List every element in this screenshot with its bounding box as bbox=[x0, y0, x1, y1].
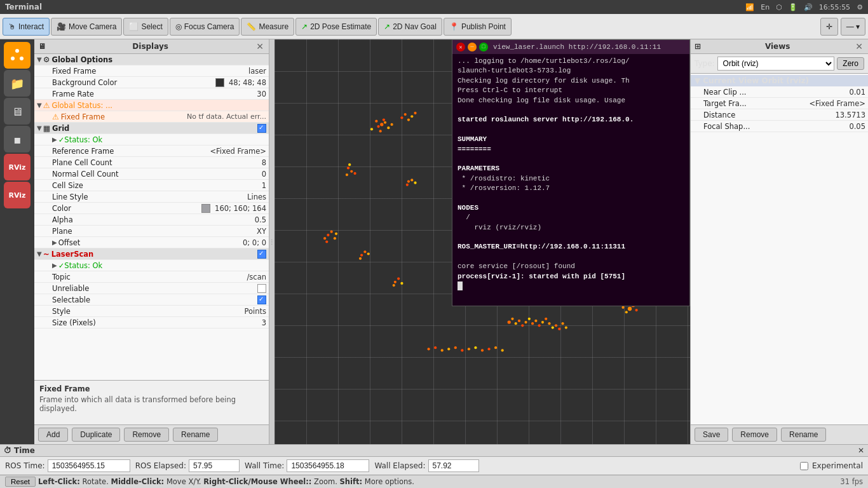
topic-row[interactable]: Topic /scan bbox=[34, 271, 269, 283]
experimental-checkbox[interactable] bbox=[800, 462, 808, 470]
views-zero-button[interactable]: Zero bbox=[837, 57, 864, 70]
svg-point-92 bbox=[397, 277, 400, 280]
near-clip-row[interactable]: Near Clip ... 0.01 bbox=[691, 86, 868, 98]
views-rename-button[interactable]: Rename bbox=[781, 428, 826, 442]
time-close-button[interactable]: ✕ bbox=[858, 446, 864, 455]
selectable-checkbox[interactable] bbox=[257, 295, 266, 304]
global-options-row[interactable]: ▼ ⚙ Global Options bbox=[34, 54, 269, 65]
laserscan-arrow[interactable]: ▼ bbox=[37, 250, 42, 257]
displays-panel-header: 🖥 Displays ✕ bbox=[34, 39, 269, 54]
measure-button[interactable]: 📏 Measure bbox=[241, 18, 294, 36]
frame-rate-row[interactable]: Frame Rate 30 bbox=[34, 88, 269, 100]
svg-point-85 bbox=[468, 348, 470, 350]
style-row[interactable]: Style Points bbox=[34, 306, 269, 317]
ubuntu-icon[interactable] bbox=[4, 42, 31, 69]
global-options-arrow[interactable]: ▼ bbox=[37, 56, 42, 63]
svg-point-61 bbox=[508, 320, 511, 323]
rename-display-button[interactable]: Rename bbox=[173, 428, 218, 442]
lang-indicator: En bbox=[761, 3, 770, 11]
remove-display-button[interactable]: Remove bbox=[124, 428, 169, 442]
views-tree[interactable]: ▼ Current View Orbit (rviz) Near Clip ..… bbox=[691, 74, 868, 424]
ros-elapsed-input[interactable] bbox=[189, 459, 240, 472]
svg-point-99 bbox=[628, 307, 632, 311]
unreliable-checkbox[interactable] bbox=[257, 284, 266, 293]
select-button[interactable]: ⬜ Select bbox=[123, 18, 168, 36]
settings-icon[interactable]: ⚙ bbox=[857, 3, 863, 11]
wall-time-input[interactable] bbox=[287, 459, 369, 472]
grid-checkbox[interactable] bbox=[257, 124, 266, 133]
global-status-fixed-frame-row[interactable]: ⚠ Fixed Frame No tf data. Actual err... bbox=[34, 111, 269, 123]
add-button[interactable]: ✛ bbox=[820, 18, 838, 36]
cell-size-row[interactable]: Cell Size 1 bbox=[34, 180, 269, 191]
wall-elapsed-input[interactable] bbox=[428, 459, 479, 472]
grid-row[interactable]: ▼ ▦ Grid bbox=[34, 123, 269, 134]
grid-status-row: ▶ ✓ Status: Ok bbox=[34, 134, 269, 146]
normal-cell-count-row[interactable]: Normal Cell Count 0 bbox=[34, 168, 269, 180]
terminal-icon[interactable]: ▪️ bbox=[4, 126, 31, 152]
offset-arrow[interactable]: ▶ bbox=[52, 239, 57, 246]
background-color-swatch bbox=[215, 78, 224, 87]
offset-row[interactable]: ▶ Offset 0; 0; 0 bbox=[34, 237, 269, 248]
displays-tree[interactable]: ▼ ⚙ Global Options Fixed Frame laser Bac… bbox=[34, 54, 269, 380]
interact-button[interactable]: 🖱 Interact bbox=[3, 18, 50, 36]
reset-button[interactable]: Reset bbox=[5, 477, 36, 487]
svg-point-39 bbox=[334, 237, 336, 240]
grid-status-arrow[interactable]: ▶ bbox=[52, 136, 57, 143]
terminal-line-18: rviz (rviz/rviz) bbox=[458, 223, 684, 233]
current-view-arrow[interactable]: ▼ bbox=[695, 76, 700, 85]
current-view-header: ▼ Current View Orbit (rviz) bbox=[691, 75, 868, 86]
laserscan-checkbox[interactable] bbox=[257, 250, 266, 259]
2d-pose-button[interactable]: ↗ 2D Pose Estimate bbox=[295, 18, 377, 36]
target-frame-row[interactable]: Target Fra... <Fixed Frame> bbox=[691, 98, 868, 109]
background-color-label: Background Color bbox=[52, 78, 215, 87]
terminal-line-15 bbox=[458, 193, 684, 203]
terminal-line-23: process[rviz-1]: started with pid [5751] bbox=[458, 272, 684, 281]
files-icon[interactable]: 📁 bbox=[4, 70, 31, 97]
viewport[interactable]: ✕ — □ view_laser.launch http://192.168.0… bbox=[275, 39, 690, 444]
plane-row[interactable]: Plane XY bbox=[34, 226, 269, 237]
distance-row[interactable]: Distance 13.5713 bbox=[691, 109, 868, 121]
views-type-select[interactable]: Orbit (rviz) bbox=[717, 57, 835, 71]
fixed-frame-row[interactable]: Fixed Frame laser bbox=[34, 65, 269, 77]
current-view-label: Current View bbox=[703, 76, 759, 85]
terminal-minimize-button[interactable]: — bbox=[468, 43, 477, 51]
2d-nav-button[interactable]: ↗ 2D Nav Goal bbox=[378, 18, 442, 36]
terminal-maximize-button[interactable]: □ bbox=[479, 43, 488, 51]
line-style-row[interactable]: Line Style Lines bbox=[34, 191, 269, 203]
move-camera-button[interactable]: 🎥 Move Camera bbox=[51, 18, 122, 36]
publish-point-button[interactable]: 📍 Publish Point bbox=[444, 18, 512, 36]
views-close-button[interactable]: ✕ bbox=[854, 41, 864, 51]
size-pixels-row[interactable]: Size (Pixels) 3 bbox=[34, 317, 269, 329]
unreliable-row[interactable]: Unreliable bbox=[34, 283, 269, 294]
focus-camera-button[interactable]: ◎ Focus Camera bbox=[170, 18, 240, 36]
plane-cell-count-row[interactable]: Plane Cell Count 8 bbox=[34, 157, 269, 168]
selectable-row[interactable]: Selectable bbox=[34, 294, 269, 306]
toolbar-menu-button[interactable]: — ▾ bbox=[841, 18, 865, 36]
reference-frame-row[interactable]: Reference Frame <Fixed Frame> bbox=[34, 146, 269, 157]
svg-point-5 bbox=[377, 125, 379, 128]
grid-icon: ▦ bbox=[43, 124, 50, 133]
global-status-row[interactable]: ▼ ⚠ Global Status: ... bbox=[34, 100, 269, 111]
grid-arrow[interactable]: ▼ bbox=[37, 125, 42, 132]
color-label: Color bbox=[52, 204, 201, 213]
views-save-button[interactable]: Save bbox=[695, 428, 728, 442]
global-status-arrow[interactable]: ▼ bbox=[37, 102, 42, 109]
alpha-label: Alpha bbox=[52, 215, 252, 224]
zoom-hint: Zoom. bbox=[314, 477, 339, 486]
displays-close-button[interactable]: ✕ bbox=[255, 41, 265, 51]
focal-shape-row[interactable]: Focal Shap... 0.05 bbox=[691, 121, 868, 132]
background-color-row[interactable]: Background Color 48; 48; 48 bbox=[34, 77, 269, 88]
add-display-button[interactable]: Add bbox=[38, 428, 68, 442]
alpha-row[interactable]: Alpha 0.5 bbox=[34, 214, 269, 226]
duplicate-button[interactable]: Duplicate bbox=[72, 428, 120, 442]
laserscan-row[interactable]: ▼ ~ LaserScan bbox=[34, 248, 269, 260]
terminal-close-button[interactable]: ✕ bbox=[456, 43, 465, 51]
rviz1-icon[interactable]: RViz bbox=[4, 154, 31, 180]
color-row[interactable]: Color 160; 160; 164 bbox=[34, 203, 269, 214]
resize-handle[interactable]: ⋮ bbox=[269, 39, 275, 444]
views-remove-button[interactable]: Remove bbox=[732, 428, 777, 442]
rviz2-icon[interactable]: RViz bbox=[4, 182, 31, 208]
monitor-icon[interactable]: 🖥 bbox=[4, 98, 31, 125]
ls-status-arrow[interactable]: ▶ bbox=[52, 262, 57, 269]
ros-time-input[interactable] bbox=[48, 459, 130, 472]
